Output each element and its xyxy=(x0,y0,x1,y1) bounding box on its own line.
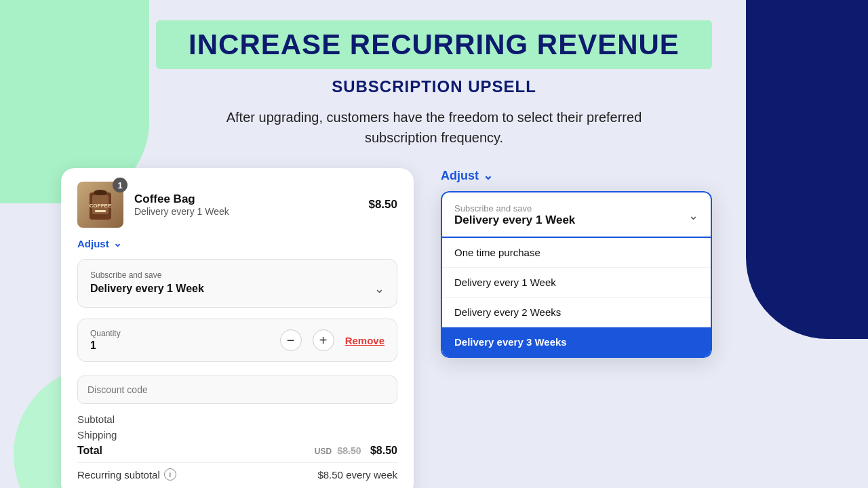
chevron-down-icon-left: ⌄ xyxy=(113,237,122,249)
total-value-wrap: USD $8.50 $8.50 xyxy=(315,445,397,457)
dropdown-option-one-time[interactable]: One time purchase xyxy=(442,238,711,268)
remove-button[interactable]: Remove xyxy=(345,335,384,346)
option-label-3weeks: Delivery every 3 Weeks xyxy=(454,336,567,348)
shipping-label: Shipping xyxy=(77,429,117,441)
subtitle: SUBSCRIPTION UPSELL xyxy=(332,77,536,96)
svg-rect-4 xyxy=(95,210,106,212)
subscription-dropdown-panel: Subscribe and save Delivery every 1 Week… xyxy=(441,191,712,358)
discount-row xyxy=(77,375,397,404)
total-strikethrough: $8.50 xyxy=(338,445,361,456)
option-label-one-time: One time purchase xyxy=(454,247,540,258)
coffee-bag-icon: COFFEE xyxy=(84,186,117,224)
adjust-label-right: Adjust xyxy=(441,169,479,183)
subscribe-label-left: Subscribe and save xyxy=(90,270,384,280)
main-title: INCREASE RECURRING REVENUE xyxy=(189,28,679,61)
cart-item-badge: 1 xyxy=(113,178,127,192)
discount-input[interactable] xyxy=(77,375,397,404)
subscribe-value-row: Delivery every 1 Week ⌄ xyxy=(90,281,384,296)
info-icon: i xyxy=(164,468,176,481)
dropdown-header-value: Delivery every 1 Week xyxy=(454,214,575,227)
cart-item-price: $8.50 xyxy=(368,198,397,211)
subtotal-label: Subtotal xyxy=(77,413,115,425)
quantity-info: Quantity 1 xyxy=(90,329,121,352)
dropdown-chevron-icon: ⌄ xyxy=(688,208,698,223)
quantity-value: 1 xyxy=(90,340,121,352)
cart-panel: 1 COFFEE Coffee Bag Delivery every 1 Wee xyxy=(61,168,414,488)
quantity-label: Quantity xyxy=(90,329,121,338)
quantity-increase-button[interactable]: + xyxy=(313,329,334,351)
quantity-controls: − + Remove xyxy=(280,329,384,351)
cart-item-row: 1 COFFEE Coffee Bag Delivery every 1 Wee xyxy=(77,182,397,228)
dropdown-header[interactable]: Subscribe and save Delivery every 1 Week… xyxy=(441,191,712,238)
dropdown-header-label: Subscribe and save xyxy=(454,203,575,214)
description-text: After upgrading, customers have the free… xyxy=(203,107,665,148)
svg-text:COFFEE: COFFEE xyxy=(90,203,112,209)
shipping-row: Shipping xyxy=(77,429,397,441)
svg-point-2 xyxy=(94,190,107,195)
subscribe-dropdown-left[interactable]: Subscribe and save Delivery every 1 Week… xyxy=(77,259,397,308)
usd-label: USD xyxy=(315,447,332,456)
recurring-value: $8.50 every week xyxy=(317,469,397,481)
subscribe-value-left: Delivery every 1 Week xyxy=(90,283,204,295)
dropdown-option-3weeks[interactable]: Delivery every 3 Weeks xyxy=(442,327,711,357)
option-label-1week: Delivery every 1 Week xyxy=(454,277,556,288)
adjust-button-left[interactable]: Adjust ⌄ xyxy=(77,237,122,249)
recurring-row: Recurring subtotal i $8.50 every week xyxy=(77,462,397,481)
recurring-label-wrap: Recurring subtotal i xyxy=(77,468,176,481)
chevron-icon-left: ⌄ xyxy=(374,281,384,296)
option-label-2weeks: Delivery every 2 Weeks xyxy=(454,306,561,318)
dropdown-options-list: One time purchase Delivery every 1 Week … xyxy=(441,238,712,358)
dropdown-option-2weeks[interactable]: Delivery every 2 Weeks xyxy=(442,298,711,327)
total-value: $8.50 xyxy=(370,445,397,456)
quantity-row: Quantity 1 − + Remove xyxy=(77,319,397,362)
header-banner: INCREASE RECURRING REVENUE xyxy=(156,20,712,69)
right-panel: Adjust ⌄ Subscribe and save Delivery eve… xyxy=(441,168,726,358)
recurring-label: Recurring subtotal xyxy=(77,469,160,481)
panels-container: 1 COFFEE Coffee Bag Delivery every 1 Wee xyxy=(61,168,807,488)
cart-item-name: Coffee Bag xyxy=(134,192,357,206)
quantity-decrease-button[interactable]: − xyxy=(280,329,302,351)
subtotal-row: Subtotal xyxy=(77,413,397,425)
total-row: Total USD $8.50 $8.50 xyxy=(77,445,397,457)
cart-item-delivery: Delivery every 1 Week xyxy=(134,206,357,217)
adjust-button-right[interactable]: Adjust ⌄ xyxy=(441,168,493,183)
chevron-down-icon-right: ⌄ xyxy=(483,168,493,183)
dropdown-option-1week[interactable]: Delivery every 1 Week xyxy=(442,268,711,298)
adjust-label-left: Adjust xyxy=(77,238,109,249)
total-label: Total xyxy=(77,445,102,457)
dropdown-header-text: Subscribe and save Delivery every 1 Week xyxy=(454,203,575,227)
cart-item-info: Coffee Bag Delivery every 1 Week xyxy=(134,192,357,217)
cart-item-image-wrap: 1 COFFEE xyxy=(77,182,123,228)
